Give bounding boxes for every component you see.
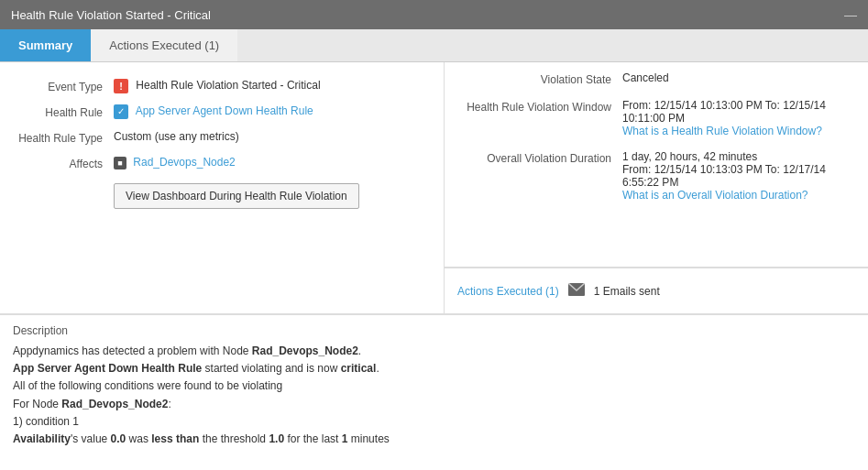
desc-line4-suffix: : xyxy=(168,398,170,410)
desc-line1-prefix: Appdynamics has detected a problem with … xyxy=(13,344,252,357)
left-panel: Event Type ! Health Rule Violation Start… xyxy=(0,62,445,313)
desc-availability: Availability xyxy=(13,432,71,445)
desc-line1: Appdynamics has detected a problem with … xyxy=(13,343,855,360)
desc-line6-mid2: was xyxy=(126,432,151,445)
overall-duration-link[interactable]: What is an Overall Violation Duration? xyxy=(622,189,808,202)
desc-line2-end: . xyxy=(376,362,379,375)
desc-line4: For Node Rad_Devops_Node2: xyxy=(13,396,855,413)
health-rule-type-label: Health Rule Type xyxy=(13,130,114,145)
health-rule-window-label: Health Rule Violation Window xyxy=(457,99,622,114)
desc-line1-suffix: . xyxy=(358,344,361,357)
health-rule-icon: ✓ xyxy=(114,104,128,119)
actions-executed-link[interactable]: Actions Executed (1) xyxy=(457,285,559,298)
overall-duration-row: Overall Violation Duration 1 day, 20 hou… xyxy=(457,150,855,202)
desc-line2-prefix: App Server Agent Down Health Rule xyxy=(13,362,202,375)
health-rule-window-row: Health Rule Violation Window From: 12/15… xyxy=(457,99,855,137)
description-body: Appdynamics has detected a problem with … xyxy=(13,343,855,448)
desc-line4-prefix: For Node xyxy=(13,398,61,410)
tab-actions-executed[interactable]: Actions Executed (1) xyxy=(91,29,237,61)
health-rule-value: ✓ App Server Agent Down Health Rule xyxy=(114,104,431,119)
affects-row: Affects ■ Rad_Devops_Node2 xyxy=(13,156,431,170)
health-rule-label: Health Rule xyxy=(13,104,114,119)
desc-line2-suffix: started violating and is now xyxy=(202,362,340,375)
desc-line2-critical: critical xyxy=(341,362,377,375)
emails-sent-text: 1 Emails sent xyxy=(594,285,660,298)
affects-label: Affects xyxy=(13,156,114,170)
event-type-text: Health Rule Violation Started - Critical xyxy=(136,79,320,92)
health-rule-type-value: Custom (use any metrics) xyxy=(114,130,431,143)
overall-duration-text: 1 day, 20 hours, 42 minutes xyxy=(622,150,855,163)
health-rule-window-link[interactable]: What is a Health Rule Violation Window? xyxy=(622,125,822,137)
desc-line1-node: Rad_Devops_Node2 xyxy=(252,344,358,357)
desc-line2: App Server Agent Down Health Rule starte… xyxy=(13,360,855,377)
event-type-label: Event Type xyxy=(13,79,114,93)
violation-state-label: Violation State xyxy=(457,71,622,86)
desc-line6-mid4: for the last xyxy=(284,432,342,445)
right-panel: Violation State Canceled Health Rule Vio… xyxy=(445,62,868,313)
left-info-section: Event Type ! Health Rule Violation Start… xyxy=(0,71,444,304)
panels-row: Event Type ! Health Rule Violation Start… xyxy=(0,62,868,314)
tabs-container: Summary Actions Executed (1) xyxy=(0,29,868,62)
overall-duration-value: 1 day, 20 hours, 42 minutes From: 12/15/… xyxy=(622,150,855,202)
event-type-value: ! Health Rule Violation Started - Critic… xyxy=(114,79,431,93)
event-type-row: Event Type ! Health Rule Violation Start… xyxy=(13,79,431,93)
event-type-icon: ! xyxy=(114,79,128,93)
desc-line3: All of the following conditions were fou… xyxy=(13,377,855,395)
violation-state-value: Canceled xyxy=(622,71,855,84)
health-rule-window-value: From: 12/15/14 10:13:00 PM To: 12/15/14 … xyxy=(622,99,855,137)
dashboard-btn-row: View Dashboard During Health Rule Violat… xyxy=(13,181,431,209)
desc-line4-node: Rad_Devops_Node2 xyxy=(61,398,168,410)
description-title: Description xyxy=(13,324,855,337)
desc-line6-mid3: the threshold xyxy=(199,432,269,445)
right-top-section: Violation State Canceled Health Rule Vio… xyxy=(445,62,868,268)
node-icon: ■ xyxy=(114,157,126,169)
desc-line6-mid1: 's value xyxy=(71,432,111,445)
desc-line6-bold: less than xyxy=(151,432,199,445)
desc-line5: 1) condition 1 xyxy=(13,413,855,431)
violation-state-row: Violation State Canceled xyxy=(457,71,855,86)
email-icon xyxy=(568,283,585,299)
health-rule-type-row: Health Rule Type Custom (use any metrics… xyxy=(13,130,431,145)
actions-bottom: Actions Executed (1) 1 Emails sent xyxy=(445,268,868,313)
health-rule-link[interactable]: App Server Agent Down Health Rule xyxy=(136,104,313,117)
health-rule-row: Health Rule ✓ App Server Agent Down Heal… xyxy=(13,104,431,119)
title-bar-text: Health Rule Violation Started - Critical xyxy=(11,8,211,22)
health-rule-window-text: From: 12/15/14 10:13:00 PM To: 12/15/14 … xyxy=(622,99,855,125)
desc-line6: Availability's value 0.0 was less than t… xyxy=(13,431,855,448)
desc-line6-suffix: minutes xyxy=(347,432,389,445)
description-section: Description Appdynamics has detected a p… xyxy=(0,314,868,465)
dashboard-btn-spacer xyxy=(13,181,114,183)
desc-line6-val: 0.0 xyxy=(111,432,126,445)
main-content: Event Type ! Health Rule Violation Start… xyxy=(0,62,868,465)
desc-line6-threshold: 1.0 xyxy=(269,432,284,445)
affects-node-link[interactable]: Rad_Devops_Node2 xyxy=(133,156,235,169)
overall-duration-range: From: 12/15/14 10:13:03 PM To: 12/17/14 … xyxy=(622,163,855,189)
affects-value: ■ Rad_Devops_Node2 xyxy=(114,156,431,169)
dashboard-button[interactable]: View Dashboard During Health Rule Violat… xyxy=(114,183,359,209)
tab-summary[interactable]: Summary xyxy=(0,29,91,61)
minimize-button[interactable]: — xyxy=(844,7,857,22)
overall-duration-label: Overall Violation Duration xyxy=(457,150,622,165)
title-bar: Health Rule Violation Started - Critical… xyxy=(0,0,868,29)
